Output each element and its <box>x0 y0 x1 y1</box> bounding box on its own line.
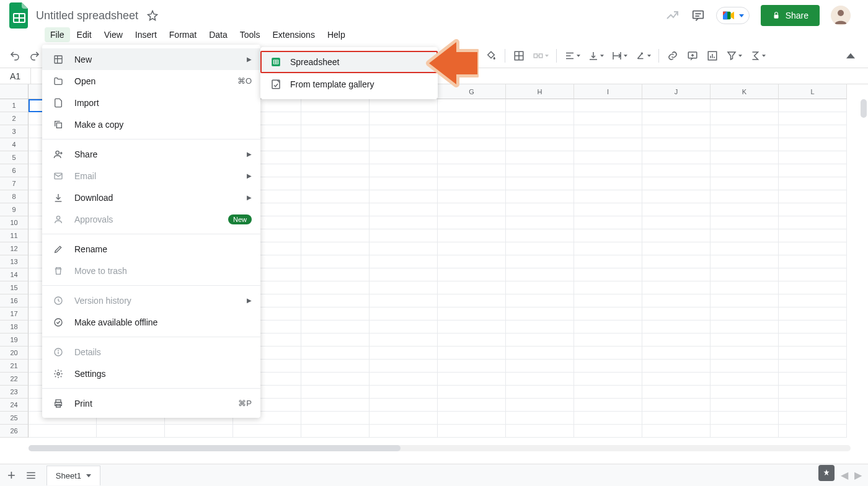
comment-history-icon[interactable] <box>691 9 705 22</box>
cell[interactable] <box>370 268 438 281</box>
sheets-app-icon[interactable] <box>6 2 32 29</box>
cell[interactable] <box>574 425 642 438</box>
cell[interactable] <box>779 99 847 112</box>
cell[interactable] <box>711 281 779 294</box>
cell[interactable] <box>301 112 370 125</box>
cell[interactable] <box>574 190 642 203</box>
cell[interactable] <box>370 151 438 164</box>
menu-format[interactable]: Format <box>164 27 202 42</box>
cell[interactable] <box>370 307 438 320</box>
cell[interactable] <box>506 177 574 190</box>
cell[interactable] <box>301 360 370 373</box>
menu-file[interactable]: File <box>45 27 70 42</box>
cell[interactable] <box>642 138 711 151</box>
cell[interactable] <box>97 425 165 438</box>
cell[interactable] <box>711 229 779 242</box>
undo-button[interactable] <box>6 47 24 64</box>
cell[interactable] <box>438 216 506 229</box>
cell[interactable] <box>642 255 711 268</box>
cell[interactable] <box>301 307 370 320</box>
cell[interactable] <box>301 268 370 281</box>
activity-trend-icon[interactable] <box>665 8 680 23</box>
cell[interactable] <box>506 138 574 151</box>
cell[interactable] <box>370 138 438 151</box>
star-icon[interactable] <box>147 10 158 21</box>
cell[interactable] <box>711 151 779 164</box>
cell[interactable] <box>779 373 847 386</box>
row-header-11[interactable]: 11 <box>0 229 29 242</box>
cell[interactable] <box>506 334 574 347</box>
cell[interactable] <box>506 151 574 164</box>
tab-scroll-right[interactable]: ▶ <box>854 469 862 481</box>
cell[interactable] <box>711 320 779 334</box>
cell[interactable] <box>642 125 711 138</box>
cell[interactable] <box>711 347 779 360</box>
cell[interactable] <box>642 229 711 242</box>
cell[interactable] <box>711 399 779 412</box>
cell[interactable] <box>438 412 506 425</box>
cell[interactable] <box>642 334 711 347</box>
cell[interactable] <box>370 360 438 373</box>
name-box[interactable]: A1 <box>0 68 31 84</box>
cell[interactable] <box>642 268 711 281</box>
cell[interactable] <box>574 112 642 125</box>
cell[interactable] <box>438 125 506 138</box>
cell[interactable] <box>438 112 506 125</box>
row-header-19[interactable]: 19 <box>0 334 29 347</box>
cell[interactable] <box>574 281 642 294</box>
cell[interactable] <box>779 151 847 164</box>
functions-button[interactable] <box>747 47 768 64</box>
vertical-align-button[interactable] <box>585 47 606 64</box>
cell[interactable] <box>711 373 779 386</box>
row-header-17[interactable]: 17 <box>0 307 29 320</box>
cell[interactable] <box>711 125 779 138</box>
cell[interactable] <box>370 203 438 216</box>
row-header-15[interactable]: 15 <box>0 281 29 294</box>
row-header-2[interactable]: 2 <box>0 112 29 125</box>
cell[interactable] <box>779 281 847 294</box>
cell[interactable] <box>642 242 711 255</box>
file-version-history[interactable]: Version history ▶ <box>42 289 260 311</box>
cell[interactable] <box>574 99 642 112</box>
cell[interactable] <box>438 99 506 112</box>
cell[interactable] <box>642 399 711 412</box>
cell[interactable] <box>438 425 506 438</box>
cell[interactable] <box>574 125 642 138</box>
cell[interactable] <box>574 255 642 268</box>
cell[interactable] <box>574 151 642 164</box>
cell[interactable] <box>301 255 370 268</box>
cell[interactable] <box>779 399 847 412</box>
cell[interactable] <box>574 229 642 242</box>
cell[interactable] <box>779 138 847 151</box>
cell[interactable] <box>779 425 847 438</box>
file-make-copy[interactable]: Make a copy <box>42 113 260 135</box>
tab-scroll-left[interactable]: ◀ <box>841 469 848 481</box>
col-header-G[interactable]: G <box>438 84 506 99</box>
file-email[interactable]: Email ▶ <box>42 165 260 187</box>
cell[interactable] <box>370 386 438 399</box>
insert-link-button[interactable] <box>664 47 681 64</box>
cell[interactable] <box>642 112 711 125</box>
new-spreadsheet[interactable]: Spreadsheet <box>260 51 438 73</box>
cell[interactable] <box>574 347 642 360</box>
cell[interactable] <box>370 255 438 268</box>
cell[interactable] <box>301 334 370 347</box>
cell[interactable] <box>438 242 506 255</box>
cell[interactable] <box>438 307 506 320</box>
cell[interactable] <box>506 99 574 112</box>
cell[interactable] <box>370 347 438 360</box>
cell[interactable] <box>301 373 370 386</box>
row-header-5[interactable]: 5 <box>0 151 29 164</box>
cell[interactable] <box>711 255 779 268</box>
cell[interactable] <box>642 386 711 399</box>
row-header-1[interactable]: 1 <box>0 99 29 112</box>
cell[interactable] <box>574 138 642 151</box>
row-header-21[interactable]: 21 <box>0 360 29 373</box>
row-header-12[interactable]: 12 <box>0 242 29 255</box>
cell[interactable] <box>506 203 574 216</box>
row-header-24[interactable]: 24 <box>0 399 29 412</box>
cell[interactable] <box>301 138 370 151</box>
cell[interactable] <box>642 373 711 386</box>
cell[interactable] <box>370 190 438 203</box>
row-header-9[interactable]: 9 <box>0 203 29 216</box>
